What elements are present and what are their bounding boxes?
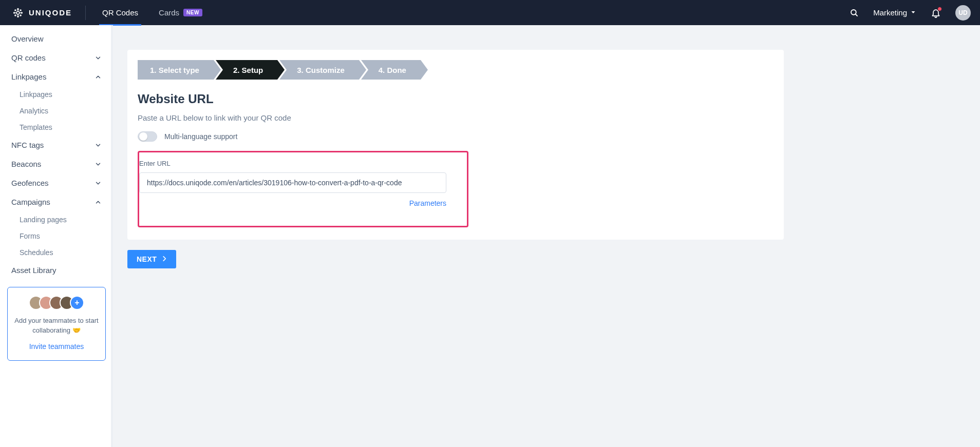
sidebar-item-label: Linkpages <box>11 72 46 81</box>
nav-cards-label: Cards <box>159 8 179 17</box>
sidebar-sub-landing-pages[interactable]: Landing pages <box>0 211 113 228</box>
stepper: 1. Select type 2. Setup 3. Customize 4. … <box>138 60 774 80</box>
sidebar-item-label: Forms <box>20 232 40 240</box>
page-title: Website URL <box>138 92 774 106</box>
sidebar-item-overview[interactable]: Overview <box>0 29 113 48</box>
invite-teammates-link[interactable]: Invite teammates <box>29 342 84 351</box>
sidebar-sub-forms[interactable]: Forms <box>0 228 113 244</box>
sidebar-item-nfc-tags[interactable]: NFC tags <box>0 135 113 154</box>
step-label: 4. Done <box>379 66 406 74</box>
sidebar-item-campaigns[interactable]: Campaigns <box>0 192 113 211</box>
multi-language-row: Multi-language support <box>138 131 774 142</box>
notifications-button[interactable] <box>931 8 941 18</box>
svg-point-5 <box>15 9 16 10</box>
brand-logo-icon <box>12 7 24 18</box>
step-customize[interactable]: 3. Customize <box>279 60 359 80</box>
sidebar-item-label: Landing pages <box>20 216 67 224</box>
sidebar-item-beacons[interactable]: Beacons <box>0 154 113 173</box>
nav-qr-codes-label: QR Codes <box>102 8 138 17</box>
svg-point-2 <box>17 16 18 17</box>
sidebar-item-label: Beacons <box>11 160 41 168</box>
svg-point-1 <box>17 8 18 9</box>
sidebar-sub-linkpages[interactable]: Linkpages <box>0 86 113 103</box>
url-highlight-box: Enter URL Parameters <box>138 151 468 227</box>
multi-language-label: Multi-language support <box>164 132 237 141</box>
chevron-right-icon <box>161 255 168 264</box>
chevron-up-icon <box>95 73 102 81</box>
team-dropdown[interactable]: Marketing <box>873 8 916 17</box>
invite-text: Add your teammates to start collaboratin… <box>14 316 99 336</box>
sidebar-item-label: Templates <box>20 123 52 131</box>
sidebar: Overview QR codes Linkpages Linkpages An… <box>0 25 113 447</box>
chevron-down-icon <box>910 8 916 17</box>
next-button[interactable]: NEXT <box>127 250 176 268</box>
sidebar-item-label: QR codes <box>11 53 46 62</box>
sidebar-item-label: Overview <box>11 34 44 43</box>
svg-line-14 <box>856 14 858 16</box>
page-subtitle: Paste a URL below to link with your QR c… <box>138 113 774 122</box>
step-setup[interactable]: 2. Setup <box>216 60 277 80</box>
app-header: UNIQODE QR Codes Cards NEW Marketing UD <box>0 0 980 25</box>
top-nav: QR Codes Cards NEW <box>102 0 202 25</box>
add-teammate-icon[interactable]: + <box>70 296 84 310</box>
header-right: Marketing UD <box>850 5 971 21</box>
multi-language-toggle[interactable] <box>138 131 157 142</box>
svg-point-4 <box>21 12 22 13</box>
step-done[interactable]: 4. Done <box>361 60 421 80</box>
new-badge: NEW <box>183 9 202 16</box>
chevron-down-icon <box>95 142 102 149</box>
svg-point-3 <box>14 12 15 13</box>
sidebar-item-label: Asset Library <box>11 266 56 275</box>
avatar-initials: UD <box>958 9 967 16</box>
sidebar-item-qr-codes[interactable]: QR codes <box>0 48 113 67</box>
sidebar-item-geofences[interactable]: Geofences <box>0 173 113 192</box>
url-field-label: Enter URL <box>139 160 458 167</box>
sidebar-item-label: Linkpages <box>20 90 52 99</box>
sidebar-item-label: Geofences <box>11 179 49 187</box>
invite-teammates-card: + Add your teammates to start collaborat… <box>7 287 106 361</box>
search-icon[interactable] <box>850 8 859 17</box>
step-label: 3. Customize <box>297 66 345 74</box>
sidebar-item-label: Campaigns <box>11 198 50 206</box>
sidebar-item-asset-library[interactable]: Asset Library <box>0 261 113 280</box>
svg-point-8 <box>20 14 21 15</box>
brand[interactable]: UNIQODE <box>12 7 72 18</box>
svg-point-6 <box>20 9 21 10</box>
sidebar-item-label: Schedules <box>20 248 53 257</box>
avatar-row: + <box>14 296 99 310</box>
avatar[interactable]: UD <box>955 5 971 21</box>
nav-qr-codes[interactable]: QR Codes <box>102 0 138 25</box>
chevron-up-icon <box>95 199 102 206</box>
step-label: 1. Select type <box>150 66 199 74</box>
brand-name: UNIQODE <box>29 8 72 17</box>
parameters-link[interactable]: Parameters <box>139 199 446 207</box>
setup-card: 1. Select type 2. Setup 3. Customize 4. … <box>127 50 784 240</box>
content-area: 1. Select type 2. Setup 3. Customize 4. … <box>113 25 980 447</box>
sidebar-sub-analytics[interactable]: Analytics <box>0 103 113 119</box>
chevron-down-icon <box>95 180 102 187</box>
svg-point-0 <box>16 11 20 14</box>
team-label: Marketing <box>873 8 907 17</box>
url-input[interactable] <box>139 172 446 193</box>
sidebar-item-label: Analytics <box>20 107 48 115</box>
sidebar-sub-templates[interactable]: Templates <box>0 119 113 135</box>
sidebar-item-label: NFC tags <box>11 141 44 149</box>
svg-point-7 <box>15 14 16 15</box>
step-label: 2. Setup <box>233 66 263 74</box>
chevron-down-icon <box>95 161 102 168</box>
sidebar-item-linkpages[interactable]: Linkpages <box>0 67 113 86</box>
header-divider <box>85 6 86 20</box>
sidebar-sub-schedules[interactable]: Schedules <box>0 244 113 261</box>
nav-cards[interactable]: Cards NEW <box>159 0 202 25</box>
step-select-type[interactable]: 1. Select type <box>138 60 214 80</box>
chevron-down-icon <box>95 54 102 62</box>
notification-dot-icon <box>937 7 942 11</box>
next-button-label: NEXT <box>137 255 157 263</box>
